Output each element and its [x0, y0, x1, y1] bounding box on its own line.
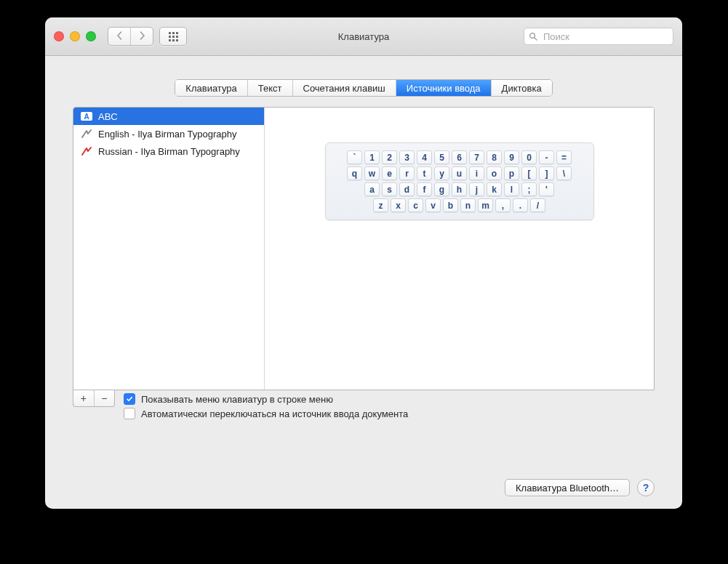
input-sources-pane: A ABC English - Ilya Birman Typography	[73, 107, 655, 390]
source-row-russian-birman[interactable]: Russian - Ilya Birman Typography	[73, 142, 264, 160]
key: [	[521, 166, 537, 180]
source-row-english-birman[interactable]: English - Ilya Birman Typography	[73, 125, 264, 142]
key: a	[364, 182, 380, 196]
footer: Клавиатура Bluetooth… ?	[73, 463, 655, 496]
key: y	[434, 166, 449, 180]
key: 0	[521, 150, 537, 164]
key: z	[373, 198, 388, 212]
key: x	[391, 198, 406, 212]
nav-forward-button[interactable]	[130, 28, 153, 45]
key: ]	[539, 166, 554, 180]
tabs: Клавиатура Текст Сочетания клавиш Источн…	[175, 79, 552, 97]
key: h	[452, 182, 467, 196]
key: c	[408, 198, 423, 212]
key: b	[443, 198, 458, 212]
titlebar	[45, 17, 682, 56]
key: p	[504, 166, 519, 180]
option-label: Показывать меню клавиатур в строке меню	[141, 394, 333, 405]
tab-shortcuts[interactable]: Сочетания клавиш	[292, 80, 396, 96]
bluetooth-keyboard-button[interactable]: Клавиатура Bluetooth…	[505, 479, 630, 496]
key: `	[347, 150, 362, 164]
minimize-window-button[interactable]	[70, 31, 80, 41]
key: 2	[382, 150, 397, 164]
tab-input-sources[interactable]: Источники ввода	[396, 80, 491, 96]
key: 3	[399, 150, 415, 164]
key-row-2: a s d f g h j k l ; '	[332, 182, 588, 196]
key: 9	[504, 150, 519, 164]
key: 8	[487, 150, 502, 164]
sources-list-pane: A ABC English - Ilya Birman Typography	[73, 108, 265, 390]
options: Показывать меню клавиатур в строке меню …	[124, 393, 408, 422]
key: d	[399, 182, 415, 196]
below-pane: + − Показывать меню клавиатур в строке м…	[73, 390, 655, 422]
add-source-button[interactable]: +	[73, 390, 94, 406]
key: j	[469, 182, 484, 196]
tab-text[interactable]: Текст	[247, 80, 292, 96]
key: q	[347, 166, 362, 180]
zoom-window-button[interactable]	[86, 31, 96, 41]
key: n	[460, 198, 476, 212]
keyboard-preview: ` 1 2 3 4 5 6 7 8 9 0 - =	[325, 142, 594, 220]
remove-source-button[interactable]: −	[94, 390, 115, 406]
key: .	[513, 198, 528, 212]
sources-list[interactable]: A ABC English - Ilya Birman Typography	[73, 108, 264, 390]
key: \	[556, 166, 572, 180]
option-show-input-menu[interactable]: Показывать меню клавиатур в строке меню	[124, 393, 408, 405]
toolbar-nav	[108, 27, 187, 46]
traffic-lights	[54, 31, 96, 41]
key-row-0: ` 1 2 3 4 5 6 7 8 9 0 - =	[332, 150, 588, 164]
key: f	[417, 182, 432, 196]
source-row-abc[interactable]: A ABC	[73, 108, 264, 125]
key: o	[487, 166, 502, 180]
birman-red-icon	[81, 147, 92, 156]
key: s	[382, 182, 397, 196]
checkbox-auto-switch[interactable]	[124, 408, 135, 419]
abc-flag-icon: A	[81, 112, 92, 121]
preferences-window: Клавиатура Клавиатура Текст Сочетания кл…	[45, 17, 682, 509]
key: 6	[452, 150, 467, 164]
key: 4	[417, 150, 432, 164]
content: Клавиатура Текст Сочетания клавиш Источн…	[45, 56, 682, 509]
key: /	[530, 198, 545, 212]
tab-dictation[interactable]: Диктовка	[491, 80, 552, 96]
svg-line-1	[535, 38, 537, 40]
search-input[interactable]	[542, 31, 668, 43]
key: =	[556, 150, 572, 164]
source-label: English - Ilya Birman Typography	[98, 129, 237, 140]
option-auto-switch[interactable]: Автоматически переключаться на источник …	[124, 408, 408, 419]
key: '	[539, 182, 554, 196]
key: v	[425, 198, 441, 212]
show-all-button[interactable]	[159, 27, 187, 46]
key: 1	[364, 150, 380, 164]
checkmark-icon	[126, 395, 133, 403]
key: k	[487, 182, 502, 196]
source-label: Russian - Ilya Birman Typography	[98, 146, 240, 157]
key: ;	[521, 182, 537, 196]
key: i	[469, 166, 484, 180]
tab-keyboard[interactable]: Клавиатура	[175, 80, 247, 96]
option-label: Автоматически переключаться на источник …	[141, 408, 408, 419]
key: ,	[495, 198, 511, 212]
help-button[interactable]: ?	[637, 479, 655, 496]
nav-back-button[interactable]	[108, 28, 130, 45]
key: g	[434, 182, 449, 196]
key: m	[478, 198, 493, 212]
search-field[interactable]	[524, 28, 673, 45]
key: 7	[469, 150, 484, 164]
grid-icon	[169, 32, 178, 41]
checkbox-show-input-menu[interactable]	[124, 393, 135, 405]
key: r	[399, 166, 415, 180]
key: 5	[434, 150, 449, 164]
key: -	[539, 150, 554, 164]
key: t	[417, 166, 432, 180]
birman-gray-icon	[81, 129, 92, 138]
key-row-3: z x c v b n m , . /	[332, 198, 588, 212]
chevron-right-icon	[139, 31, 145, 41]
key: u	[452, 166, 467, 180]
key: e	[382, 166, 397, 180]
close-window-button[interactable]	[54, 31, 64, 41]
key-row-1: q w e r t y u i o p [ ] \	[332, 166, 588, 180]
source-label: ABC	[98, 111, 118, 122]
chevron-left-icon	[116, 31, 123, 41]
key: l	[504, 182, 519, 196]
